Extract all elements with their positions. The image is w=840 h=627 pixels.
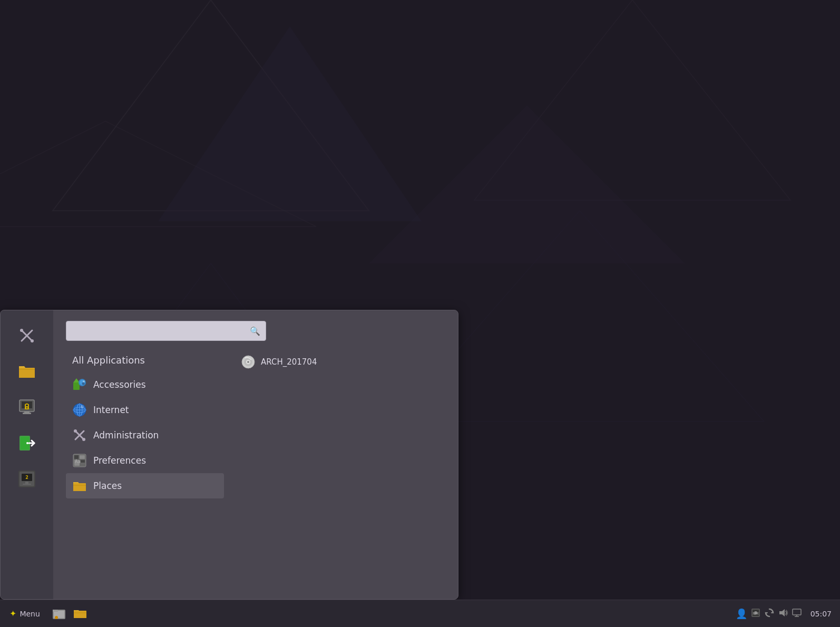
places-icon <box>72 478 87 493</box>
svg-point-11 <box>31 339 34 342</box>
search-bar: 🔍 <box>66 321 266 341</box>
places-item[interactable]: Places <box>66 473 224 498</box>
svg-rect-16 <box>23 413 31 414</box>
disc-icon <box>241 355 256 369</box>
arch-disc-label: ARCH_201704 <box>261 357 317 367</box>
taskbar-display-icon[interactable] <box>792 608 802 620</box>
lock-screen-button[interactable] <box>12 393 42 422</box>
taskbar-folder-icon[interactable] <box>71 604 90 623</box>
folder-button[interactable] <box>12 357 42 386</box>
taskbar-system-icons: 👤 NM <box>736 608 802 620</box>
folder-icon <box>17 362 36 381</box>
power-button[interactable]: 2 <box>12 464 42 494</box>
taskbar: ✦ Menu 👤 <box>0 600 840 627</box>
svg-rect-47 <box>74 455 79 459</box>
administration-item[interactable]: Administration <box>66 423 224 448</box>
taskbar-app-icons <box>50 604 90 623</box>
preferences-icon: Aa <box>72 453 87 468</box>
logout-button[interactable] <box>12 428 42 458</box>
svg-text:Aa: Aa <box>75 459 81 464</box>
taskbar-volume-icon[interactable] <box>778 608 788 620</box>
all-applications-item[interactable]: All Applications <box>66 350 224 370</box>
svg-rect-27 <box>23 484 31 485</box>
svg-rect-50 <box>81 460 85 463</box>
svg-rect-62 <box>74 611 86 618</box>
menu-left-column: All Applications A <box>66 350 224 589</box>
taskbar-network-icon[interactable]: NM <box>750 608 761 620</box>
app-menu-sidebar: 2 <box>1 310 53 599</box>
svg-point-57 <box>247 361 249 363</box>
menu-label: Menu <box>19 610 40 618</box>
taskbar-user-icon[interactable]: 👤 <box>736 608 747 619</box>
administration-icon <box>72 428 87 443</box>
taskbar-menu-button[interactable]: ✦ Menu <box>4 606 45 621</box>
svg-point-60 <box>55 616 58 619</box>
tools-button[interactable] <box>12 321 42 350</box>
logout-icon <box>17 434 36 453</box>
app-menu-content: 🔍 All Applications <box>53 310 458 599</box>
svg-point-41 <box>81 405 84 408</box>
taskbar-sync-icon[interactable] <box>764 608 775 620</box>
accessories-icon <box>72 377 87 392</box>
menu-star-icon: ✦ <box>9 609 16 619</box>
preferences-label: Preferences <box>93 455 146 466</box>
preferences-item[interactable]: Aa Preferences <box>66 448 224 473</box>
svg-point-33 <box>83 380 85 383</box>
accessories-label: Accessories <box>93 379 146 390</box>
taskbar-right: 👤 NM <box>736 608 836 620</box>
svg-point-45 <box>82 438 85 441</box>
menu-columns: All Applications A <box>66 350 445 589</box>
svg-rect-51 <box>81 463 85 466</box>
places-label: Places <box>93 481 122 491</box>
administration-label: Administration <box>93 430 159 440</box>
svg-rect-53 <box>73 483 86 491</box>
taskbar-clock: 05:07 <box>806 610 836 618</box>
svg-point-22 <box>26 442 28 444</box>
search-input[interactable] <box>72 327 250 335</box>
svg-text:NM: NM <box>753 612 758 616</box>
svg-point-34 <box>82 383 85 385</box>
internet-icon <box>72 403 87 417</box>
search-icon[interactable]: 🔍 <box>250 326 260 336</box>
svg-point-10 <box>20 329 23 332</box>
menu-right-column: ARCH_201704 <box>224 350 445 589</box>
app-menu: 2 🔍 All Applications <box>0 310 458 600</box>
lock-screen-icon <box>17 398 36 417</box>
internet-label: Internet <box>93 405 129 415</box>
taskbar-filemanager-icon[interactable] <box>50 604 69 623</box>
power-icon: 2 <box>17 469 36 488</box>
svg-point-44 <box>74 429 77 433</box>
svg-rect-26 <box>25 482 28 484</box>
svg-rect-29 <box>73 383 80 390</box>
accessories-item[interactable]: Accessories <box>66 372 224 397</box>
svg-rect-68 <box>793 609 801 615</box>
svg-point-18 <box>26 407 27 408</box>
svg-marker-67 <box>779 609 785 616</box>
svg-rect-61 <box>53 610 58 612</box>
tools-icon <box>17 326 36 345</box>
svg-text:2: 2 <box>25 475 28 480</box>
internet-item[interactable]: Internet <box>66 397 224 423</box>
arch-disc-item[interactable]: ARCH_201704 <box>235 350 445 374</box>
svg-rect-48 <box>80 455 85 459</box>
